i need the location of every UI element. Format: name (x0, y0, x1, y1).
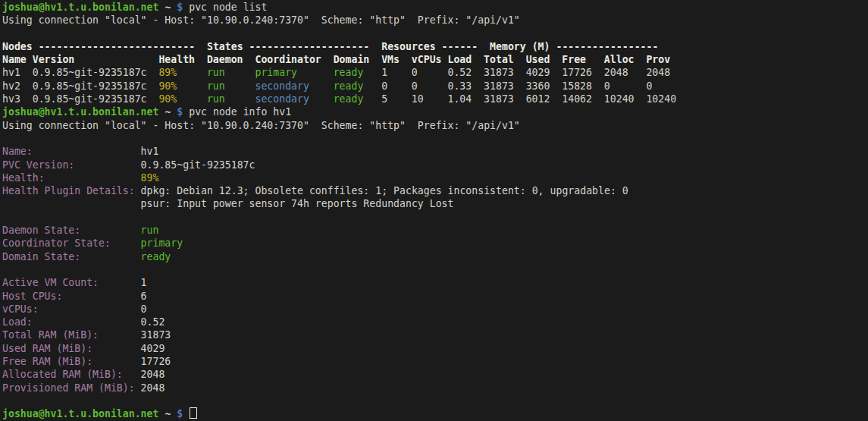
info-label: vCPUs: (2, 303, 141, 316)
cell-version: 0.9.85~git-9235187c (33, 66, 159, 79)
info-row-health-details-2: psur: Input power sensor 74h reports Red… (2, 197, 868, 210)
info-row-domain-state: Domain State:ready (2, 250, 868, 263)
col-version: Version (33, 53, 159, 66)
info-label: Health: (2, 171, 141, 184)
cell-vms: 0 (381, 80, 412, 93)
col-prov: Prov (646, 53, 676, 66)
command-node-info: pvc node info hv1 (189, 106, 291, 118)
cell-mem-total: 31873 (484, 93, 526, 105)
cell-mem-alloc: 10240 (604, 93, 647, 105)
info-label: Used RAM (MiB): (2, 342, 141, 355)
table-column-header-row: NameVersionHealthDaemonCoordinatorDomain… (2, 53, 868, 66)
info-value: run (141, 225, 159, 236)
cell-mem-used: 3360 (526, 80, 562, 93)
blank-line (2, 27, 868, 40)
cell-mem-total: 31873 (484, 66, 526, 79)
node-row-hv3: hv30.9.85~git-9235187c90%runsecondaryrea… (2, 93, 868, 105)
info-value: 2048 (141, 382, 165, 394)
info-label: Load: (2, 316, 141, 328)
cell-coordinator-state: primary (255, 66, 333, 79)
info-row-active-vm-count: Active VM Count:1 (2, 276, 868, 289)
col-total: Total (484, 53, 526, 66)
cell-health: 90% (158, 80, 207, 93)
col-domain: Domain (334, 53, 382, 66)
col-coordinator: Coordinator (255, 53, 333, 66)
info-value: 89% (141, 172, 159, 184)
info-value: 0.52 (141, 316, 165, 328)
node-row-hv1: hv10.9.85~git-9235187c89%runprimaryready… (2, 66, 868, 79)
command-node-list: pvc node list (189, 2, 267, 13)
info-value: 31873 (141, 329, 171, 341)
info-label: Health Plugin Details: (2, 184, 141, 197)
terminal-cursor (190, 407, 197, 419)
cell-vcpus: 0 (412, 80, 448, 93)
cell-name: hv3 (2, 93, 33, 105)
cell-coordinator-state: secondary (255, 93, 333, 105)
node-row-hv2: hv20.9.85~git-9235187c90%runsecondaryrea… (2, 80, 868, 93)
info-value: 0 (141, 303, 147, 315)
info-value: hv1 (141, 146, 159, 157)
info-value: ready (141, 251, 171, 262)
info-value: 1 (141, 277, 147, 288)
col-daemon: Daemon (207, 53, 255, 66)
cell-name: hv1 (2, 66, 33, 79)
cell-vms: 5 (381, 93, 412, 105)
blank-line (2, 263, 868, 276)
info-label: Name: (2, 145, 141, 158)
cell-name: hv2 (2, 80, 33, 93)
info-label: Coordinator State: (2, 237, 141, 250)
cell-mem-free: 14062 (562, 93, 604, 105)
info-row-daemon-state: Daemon State:run (2, 224, 868, 237)
info-row-total-ram: Total RAM (MiB):31873 (2, 328, 868, 341)
cell-mem-alloc: 0 (604, 80, 647, 93)
info-label: Host CPUs: (2, 290, 141, 303)
cell-load: 0.33 (447, 80, 484, 93)
prompt-line-3: joshua@hv1.t.u.bonilan.net ~ $ (2, 407, 868, 420)
info-value: 2048 (141, 369, 165, 380)
cell-mem-prov: 0 (646, 80, 676, 93)
cell-domain-state: ready (334, 66, 382, 79)
cell-daemon-state: run (207, 66, 255, 79)
connection-info-line: Using connection "local" - Host: "10.90.… (2, 14, 868, 27)
col-used: Used (526, 53, 562, 66)
prompt-user-host: joshua@hv1.t.u.bonilan.net (2, 408, 158, 419)
info-label: Total RAM (MiB): (2, 328, 141, 341)
info-label: Active VM Count: (2, 276, 141, 289)
cell-mem-free: 15828 (562, 80, 604, 93)
info-row-host-cpus: Host CPUs:6 (2, 290, 868, 303)
info-row-health-details: Health Plugin Details:dpkg: Debian 12.3;… (2, 184, 868, 197)
cell-version: 0.9.85~git-9235187c (33, 80, 159, 93)
info-value: 17726 (141, 356, 171, 367)
cell-mem-used: 6012 (526, 93, 562, 105)
info-row-used-ram: Used RAM (MiB):4029 (2, 342, 868, 355)
info-value: 4029 (141, 343, 165, 354)
info-value: 0.9.85~git-9235187c (141, 159, 255, 171)
prompt-user-host: joshua@hv1.t.u.bonilan.net (2, 106, 158, 118)
cell-load: 0.52 (447, 66, 484, 79)
prompt-line-2: joshua@hv1.t.u.bonilan.net ~ $ pvc node … (2, 105, 868, 118)
info-row-free-ram: Free RAM (MiB):17726 (2, 355, 868, 368)
cell-load: 1.04 (447, 93, 484, 105)
info-label: Provisioned RAM (MiB): (2, 382, 141, 394)
blank-line (2, 211, 868, 224)
cell-health: 89% (158, 66, 207, 79)
info-value: primary (141, 237, 183, 249)
cell-daemon-state: run (207, 80, 255, 93)
info-label: Daemon State: (2, 224, 141, 237)
info-label: Domain State: (2, 250, 141, 263)
cell-mem-prov: 10240 (646, 93, 676, 105)
cell-vms: 1 (381, 66, 412, 79)
terminal-screen[interactable]: joshua@hv1.t.u.bonilan.net ~ $ pvc node … (0, 0, 868, 421)
cell-mem-alloc: 2048 (604, 66, 647, 79)
cell-mem-prov: 2048 (646, 66, 676, 79)
col-name: Name (2, 53, 33, 66)
cell-domain-state: ready (334, 93, 382, 105)
cell-mem-used: 4029 (526, 66, 562, 79)
info-row-provisioned-ram: Provisioned RAM (MiB):2048 (2, 382, 868, 394)
cell-mem-free: 17726 (562, 66, 604, 79)
info-value: dpkg: Debian 12.3; Obsolete conffiles: 1… (141, 185, 628, 196)
info-row-allocated-ram: Allocated RAM (MiB):2048 (2, 368, 868, 381)
cell-mem-total: 31873 (484, 80, 526, 93)
connection-info-line: Using connection "local" - Host: "10.90.… (2, 119, 868, 132)
cell-vcpus: 10 (412, 93, 448, 105)
